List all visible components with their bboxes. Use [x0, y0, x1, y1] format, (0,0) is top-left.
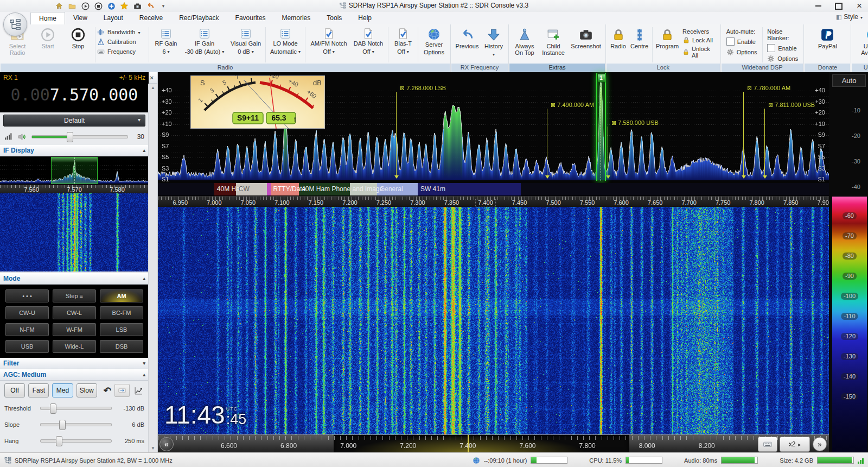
- mode-step-button[interactable]: Step ≡: [53, 289, 96, 302]
- collapse-icon[interactable]: [143, 276, 145, 281]
- lock-all-button[interactable]: Lock All: [682, 36, 716, 44]
- start-button[interactable]: Start: [33, 26, 63, 64]
- lock-program-button[interactable]: Program: [654, 26, 680, 64]
- minimize-button[interactable]: [813, 1, 824, 11]
- previous-button[interactable]: Previous: [453, 26, 481, 64]
- slider-thumb[interactable]: [67, 132, 73, 142]
- expand-icon[interactable]: [143, 361, 145, 366]
- tab-layout[interactable]: Layout: [95, 12, 131, 24]
- scroll-right-button[interactable]: [813, 437, 827, 451]
- mode-lsb-button[interactable]: LSB: [100, 323, 143, 336]
- frequency-digits[interactable]: 7.570.000: [50, 85, 138, 104]
- scroll-down-icon[interactable]: [149, 444, 157, 452]
- dab-notch-button[interactable]: DAB Notch Off: [350, 26, 386, 55]
- mode-cwl-button[interactable]: CW-L: [53, 306, 96, 319]
- slider-thumb[interactable]: [50, 403, 56, 414]
- collapse-icon[interactable]: [143, 148, 145, 153]
- folder-icon[interactable]: [67, 1, 77, 11]
- threshold-slider[interactable]: [40, 407, 112, 410]
- unlock-all-button[interactable]: Unlock All: [682, 46, 716, 59]
- collapse-icon[interactable]: [143, 372, 145, 377]
- mode-cwu-button[interactable]: CW-U: [5, 306, 49, 319]
- app-menu-button[interactable]: [3, 12, 27, 36]
- mode-nfm-button[interactable]: N-FM: [5, 323, 49, 336]
- marker-label[interactable]: 7.811.000 USB: [767, 101, 816, 109]
- add-icon[interactable]: [106, 1, 116, 11]
- tab-home[interactable]: Home: [30, 12, 65, 25]
- zoom-button[interactable]: x2: [780, 437, 810, 452]
- camera-icon[interactable]: [132, 1, 142, 11]
- mode-dsb-button[interactable]: DSB: [100, 340, 143, 353]
- marker-label[interactable]: 7.780.000 AM: [745, 84, 792, 92]
- paypal-button[interactable]: PayPal: [811, 26, 844, 64]
- marker-label[interactable]: 7.268.000 LSB: [398, 84, 448, 92]
- slider-thumb[interactable]: [59, 420, 66, 430]
- noise-blanker-options-button[interactable]: Options: [767, 55, 798, 62]
- volume-slider[interactable]: [31, 135, 128, 138]
- levels-icon[interactable]: [4, 132, 13, 141]
- waterfall-color-scale[interactable]: -60-70-80-90-100-110-120-130-140-150: [832, 197, 867, 452]
- mode-bcfm-button[interactable]: BC-FM: [100, 306, 143, 319]
- calibration-button[interactable]: Calibration: [97, 38, 147, 46]
- update-available-button[interactable]: Update Available: [856, 26, 868, 64]
- scroll-left-button[interactable]: [159, 437, 174, 451]
- marker-label[interactable]: 7.490.000 AM: [549, 101, 596, 109]
- lock-radio-button[interactable]: Radio: [608, 26, 628, 64]
- keyboard-entry-button[interactable]: [758, 437, 777, 452]
- auto-mute-enable-checkbox[interactable]: Enable: [726, 37, 757, 46]
- lock-centre-button[interactable]: Centre: [628, 26, 650, 64]
- rf-gain-button[interactable]: RF Gain 6: [151, 26, 181, 55]
- tab-view[interactable]: View: [65, 12, 95, 24]
- scroll-up-icon[interactable]: [149, 84, 157, 92]
- tab-favourites[interactable]: Favourites: [227, 12, 274, 24]
- agc-med-button[interactable]: Med: [52, 383, 73, 397]
- speaker-icon[interactable]: [17, 132, 27, 142]
- auto-mute-options-button[interactable]: Options: [726, 48, 757, 56]
- spectrum-display[interactable]: +40+40+30+30+20+20+10+10S9S9S7S7S5S5S3S3…: [158, 72, 829, 207]
- preset-dropdown[interactable]: Default: [3, 115, 145, 127]
- agc-preset-button[interactable]: [114, 384, 129, 397]
- panel-scrollbar[interactable]: [148, 84, 157, 452]
- tuned-frequency-indicator[interactable]: 1: [596, 73, 606, 181]
- agc-fast-button[interactable]: Fast: [28, 383, 49, 397]
- if-waterfall-canvas[interactable]: [0, 193, 149, 272]
- tab-rec-playback[interactable]: Rec/Playback: [171, 12, 227, 24]
- bandwidth-button[interactable]: Bandwidth: [97, 28, 147, 36]
- waterfall-canvas[interactable]: [158, 207, 829, 434]
- bias-t-button[interactable]: Bias-T Off: [390, 26, 416, 55]
- mode-wfm-button[interactable]: W-FM: [53, 323, 96, 336]
- frequency-button[interactable]: Frequency: [97, 48, 147, 55]
- agc-off-button[interactable]: Off: [4, 383, 25, 397]
- undo-icon[interactable]: [145, 1, 155, 11]
- agc-graph-button[interactable]: [133, 384, 145, 396]
- always-on-top-button[interactable]: Always On Top: [511, 26, 538, 64]
- undo-icon[interactable]: [104, 385, 111, 396]
- close-button[interactable]: [854, 1, 865, 11]
- mode-usb-button[interactable]: USB: [5, 340, 49, 353]
- lo-mode-button[interactable]: LO Mode Automatic: [267, 26, 303, 55]
- auto-range-button[interactable]: Auto: [832, 74, 866, 87]
- noise-blanker-enable-checkbox[interactable]: Enable: [767, 44, 798, 52]
- star-icon[interactable]: [119, 1, 129, 11]
- tab-memories[interactable]: Memories: [274, 12, 319, 24]
- tab-receive[interactable]: Receive: [131, 12, 171, 24]
- home-icon[interactable]: [54, 1, 64, 11]
- mode-widel-button[interactable]: Wide-L: [53, 340, 96, 353]
- if-spectrum[interactable]: [0, 156, 149, 185]
- spectrum-frequency-ruler[interactable]: 6.9507.0007.0507.1007.1507.2007.2507.300…: [158, 195, 829, 207]
- play-icon[interactable]: [80, 1, 90, 11]
- mode-more-button[interactable]: • • •: [5, 289, 49, 302]
- screenshot-button[interactable]: Screenshot: [569, 26, 603, 64]
- style-menu[interactable]: Style: [836, 13, 863, 21]
- waterfall-display[interactable]: 11:43 UTC :45: [158, 207, 829, 434]
- history-button[interactable]: History: [481, 26, 506, 64]
- tab-tools[interactable]: Tools: [318, 12, 350, 24]
- mode-am-button[interactable]: AM: [100, 289, 143, 302]
- frequency-display[interactable]: RX 1 +/- 5 kHz 0.007.570.000: [0, 72, 149, 112]
- tab-help[interactable]: Help: [350, 12, 380, 24]
- frequency-navigator[interactable]: 6.6006.8007.0007.2007.4007.6007.8008.000…: [158, 434, 829, 453]
- maximize-button[interactable]: [833, 1, 844, 11]
- qat-more-icon[interactable]: [158, 1, 168, 11]
- close-icon[interactable]: [150, 75, 154, 81]
- if-passband[interactable]: [51, 157, 98, 184]
